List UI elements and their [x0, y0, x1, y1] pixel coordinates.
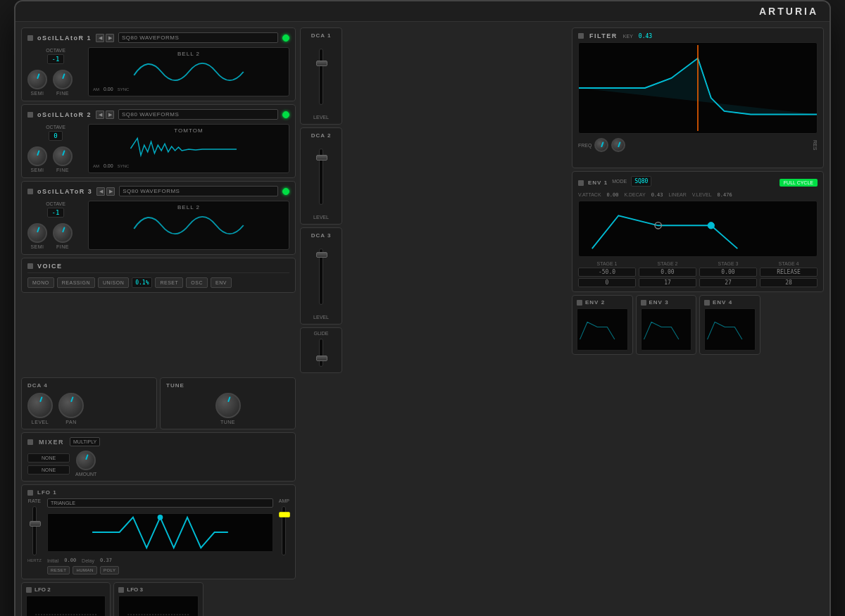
env1-stage4-time[interactable]: 28	[760, 278, 818, 287]
reassign-button[interactable]: REASSIGN	[57, 277, 95, 288]
osc3-section: OCTAVE -1 SEMI FINE	[27, 201, 289, 250]
dca1-fader-track	[319, 49, 323, 105]
osc3-power[interactable]	[282, 188, 289, 195]
osc3-next[interactable]: ▶	[106, 187, 115, 196]
osc1-fine-group: FINE	[53, 70, 73, 96]
env1-stage3-level[interactable]: 0.00	[699, 268, 757, 277]
lfo1-rate-col: RATE HERTZ	[27, 498, 42, 574]
env1-graph	[578, 201, 818, 257]
osc1-controls: OCTAVE -1 SEMI FINE	[27, 48, 84, 96]
lfo1-waveform-dropdown[interactable]: TRIANGLE	[47, 498, 273, 508]
osc1-octave-value[interactable]: -1	[47, 54, 65, 64]
osc1-power[interactable]	[282, 34, 289, 42]
dca2-fader-thumb[interactable]	[316, 155, 327, 161]
lfo1-delay-value: 0.37	[100, 558, 112, 563]
env4-icon	[704, 300, 710, 306]
filter-display	[578, 42, 818, 134]
osc2-prev[interactable]: ◀	[96, 111, 104, 119]
filter-curve-svg	[579, 43, 817, 133]
env1-module: ENV 1 MODE SQ80 FULL CYCLE V.ATTACK 0.00…	[572, 171, 824, 292]
left-column: oScILLAtoR 1 ◀ ▶ SQ80 WAVEFORMS OCTAVE -…	[21, 27, 296, 373]
env1-stage3-time[interactable]: 27	[699, 278, 757, 287]
osc2-power[interactable]	[282, 111, 289, 118]
env1-v-level-value: 0.476	[718, 192, 732, 198]
lfo1-rate-thumb[interactable]	[30, 521, 41, 527]
lfo1-initial-value: 0.00	[64, 558, 76, 563]
mixer-mode-dropdown[interactable]: MULTIPLY	[70, 437, 100, 446]
env1-stage2-time[interactable]: 17	[639, 278, 696, 287]
osc1-fine-knob[interactable]	[53, 70, 73, 89]
mixer-row1-select[interactable]: NONE	[27, 453, 70, 463]
osc3-octave: OCTAVE -1	[27, 201, 84, 218]
dca1-fader-thumb[interactable]	[316, 61, 327, 66]
osc1-next[interactable]: ▶	[106, 34, 114, 42]
oscillator-3-module: oScILLAToR 3 ◀ ▶ SQ80 WAVEFORMS OCTAVE -…	[21, 181, 296, 255]
mixer-amount-knob[interactable]	[76, 451, 96, 470]
lfo1-main-col: TRIANGLE Initial 0.00 Delay 0.37	[47, 498, 273, 574]
osc3-fine-knob[interactable]	[53, 223, 73, 243]
osc3-semi-label: SEMI	[30, 244, 44, 249]
glide-thumb[interactable]	[316, 356, 327, 361]
full-cycle-button[interactable]: FULL CYCLE	[780, 179, 818, 187]
osc1-am-label: AM	[93, 87, 99, 92]
env1-mode-row: MODE SQ80	[612, 176, 651, 187]
osc2-semi-knob[interactable]	[27, 146, 47, 166]
lfo1-reset-button[interactable]: RESET	[47, 566, 70, 574]
svg-point-3	[158, 515, 163, 520]
mixer-row2-select[interactable]: NONE	[27, 465, 70, 474]
tune-knob[interactable]	[215, 393, 241, 418]
env1-stage4-level[interactable]: RELEASE	[760, 268, 818, 277]
osc2-octave-value[interactable]: 0	[49, 131, 62, 141]
lfo1-poly-button[interactable]: POLY	[100, 566, 120, 574]
env1-params: V.ATTACK 0.00 K.DECAY 0.43 LINEAR V.LEVE…	[578, 192, 818, 198]
unison-value[interactable]: 0.1%	[132, 277, 152, 288]
lfo-small-row: LFO 2 LFO 3	[21, 582, 296, 616]
lfo1-hertz-label: HERTZ	[27, 558, 42, 562]
glide-label: GLIDE	[305, 331, 337, 336]
filter-freq-knob-2[interactable]	[611, 138, 625, 152]
env-small-row: ENV 2 ENV 3	[572, 295, 824, 355]
env1-linear-label: LINEAR	[668, 192, 686, 198]
osc2-fine-knob[interactable]	[53, 146, 73, 166]
osc2-nav[interactable]: ◀ ▶	[96, 111, 114, 119]
osc1-semi-knob[interactable]	[27, 70, 47, 89]
dca-column: DCA 1 LEVEL DCA 2 LEVEL DCA 3 L	[300, 27, 342, 373]
dca4-tune-row: DCA 4 LEVEL PAN TUNE	[21, 377, 296, 429]
env1-stage1-level[interactable]: -50.0	[578, 268, 636, 277]
arturia-logo: ARTURIA	[759, 6, 818, 17]
filter-key-value: 0.43	[639, 33, 652, 39]
osc3-nav[interactable]: ◀ ▶	[96, 187, 115, 196]
osc3-waveform-bank[interactable]: SQ80 WAVEFORMS	[119, 186, 278, 196]
osc3-octave-value[interactable]: -1	[47, 208, 65, 218]
lfo1-human-button[interactable]: HUMAN	[73, 566, 97, 574]
osc2-next[interactable]: ▶	[106, 111, 114, 119]
filter-header: FILTER KEY 0.43	[578, 32, 818, 39]
dca4-pan-knob[interactable]	[58, 393, 84, 418]
dca4-level-knob[interactable]	[27, 393, 53, 418]
env1-stage2-level[interactable]: 0.00	[639, 268, 696, 277]
dca1-title: DCA 1	[311, 32, 332, 39]
middle-column: FILTER KEY 0.43 FREQ	[572, 27, 824, 373]
osc2-octave-label: OCTAVE	[46, 125, 65, 130]
env-button[interactable]: ENV	[211, 277, 232, 288]
reset-button[interactable]: RESET	[155, 277, 183, 288]
osc2-icon	[27, 112, 33, 118]
osc2-waveform-name: TOMTOM	[174, 127, 203, 134]
lfo1-amp-thumb[interactable]	[279, 512, 290, 517]
filter-freq-group: FREQ	[578, 138, 625, 152]
osc3-waveform-name: Bell 2	[177, 204, 200, 210]
osc3-semi-knob[interactable]	[27, 223, 47, 243]
filter-module: FILTER KEY 0.43 FREQ	[572, 27, 824, 168]
env1-mode-value[interactable]: SQ80	[631, 176, 651, 187]
osc1-waveform-bank[interactable]: SQ80 WAVEFORMS	[118, 32, 278, 43]
mono-button[interactable]: MONO	[27, 277, 54, 288]
dca3-fader-thumb[interactable]	[316, 252, 327, 258]
env1-stage1-time[interactable]: 0	[578, 278, 636, 287]
osc2-waveform-bank[interactable]: SQ80 WAVEFORMS	[118, 109, 278, 120]
osc1-prev[interactable]: ◀	[96, 34, 104, 42]
filter-freq-knob-1[interactable]	[594, 138, 608, 152]
osc3-prev[interactable]: ◀	[96, 187, 105, 196]
osc1-nav[interactable]: ◀ ▶	[96, 34, 114, 42]
osc-button[interactable]: OSC	[186, 277, 208, 288]
unison-button[interactable]: UNISON	[98, 277, 129, 288]
